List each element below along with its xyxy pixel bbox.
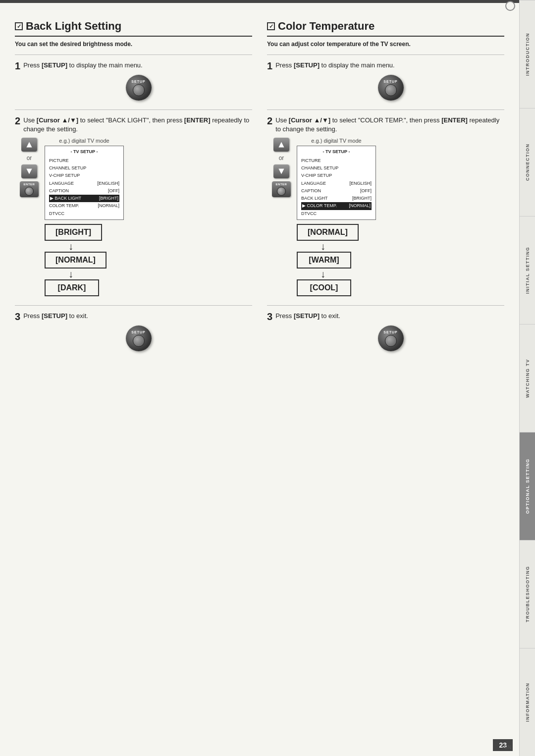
cursor-buttons-left: or ENTER	[20, 138, 39, 197]
menu-row-dtvcc-left: DTVCC	[49, 210, 119, 217]
menu-row-vchip-left: V-CHIP SETUP	[49, 172, 119, 179]
checkbox-icon-right	[267, 22, 275, 30]
step3-text-left: Press [SETUP] to exit.	[23, 312, 88, 321]
menu-row-vchip-right: V-CHIP SETUP	[301, 172, 372, 179]
back-light-title: Back Light Setting	[15, 20, 252, 37]
step2-text-left: Use [Cursor ▲/▼] to select "BACK LIGHT",…	[23, 116, 252, 134]
step2-text-right: Use [Cursor ▲/▼] to select "COLOR TEMP."…	[275, 116, 504, 134]
menu-row-colortemp-right: ▶ COLOR TEMP.[NORMAL]	[301, 202, 372, 210]
tv-menu-title-left: - TV SETUP -	[49, 148, 119, 156]
back-light-step3: 3 Press [SETUP] to exit. SETUP	[15, 305, 252, 351]
eg-label-left: e.g.) digital TV mode	[59, 138, 109, 144]
step2-eg-left: e.g.) digital TV mode - TV SETUP - PICTU…	[45, 138, 124, 220]
setup-button-visual-right-3: SETUP	[378, 325, 404, 351]
svg-marker-3	[278, 169, 284, 174]
page-en-label: EN	[504, 745, 511, 750]
step2-number-left: 2	[15, 116, 20, 126]
tab-optional-setting[interactable]: OPTIONAL SETTING	[520, 432, 535, 540]
setup-button-visual-left-3: SETUP	[126, 325, 152, 351]
menu-row-language-left: LANGUAGE[ENGLISH]	[49, 180, 119, 187]
svg-marker-0	[26, 142, 32, 148]
checkbox-icon-left	[15, 22, 23, 30]
option-arrow-2-right: ↓	[321, 269, 325, 279]
menu-row-channel-left: CHANNEL SETUP	[49, 164, 119, 172]
menu-row-backlight-left: ▶ BACK LIGHT[BRIGHT]	[49, 195, 119, 202]
eg-label-right: e.g.) digital TV mode	[311, 138, 361, 144]
enter-btn-left[interactable]: ENTER	[20, 181, 39, 197]
cursor-down-btn-left[interactable]	[21, 164, 37, 178]
setup-btn-left-3: SETUP	[25, 325, 252, 351]
option-arrow-1-left: ↓	[68, 241, 73, 251]
cursor-up-btn-right[interactable]	[273, 138, 289, 152]
setup-btn-left-1: SETUP	[25, 75, 252, 101]
step2-content-left: or ENTER e.g.) digital TV mode	[20, 138, 252, 220]
step3-number-right: 3	[267, 312, 272, 322]
step1-number-left: 1	[15, 61, 20, 71]
color-temp-title: Color Temperature	[267, 20, 504, 37]
option-arrow-2-left: ↓	[68, 269, 73, 279]
option-arrow-1-right: ↓	[321, 241, 325, 251]
two-column-layout: Back Light Setting You can set the desir…	[15, 20, 504, 360]
back-light-step1: 1 Press [SETUP] to display the main menu…	[15, 54, 252, 101]
menu-row-picture-right: PICTURE	[301, 157, 372, 164]
color-temp-step3: 3 Press [SETUP] to exit. SETUP	[267, 305, 504, 351]
tv-menu-right: - TV SETUP - PICTURE CHANNEL SETUP V-CHI…	[297, 146, 376, 220]
color-temp-step1: 1 Press [SETUP] to display the main menu…	[267, 54, 504, 101]
setup-button-visual-right-1: SETUP	[378, 75, 404, 101]
step3-number-left: 3	[15, 312, 20, 322]
tab-watching-tv[interactable]: WATCHING TV	[520, 324, 535, 432]
options-flow-left: [BRIGHT] ↓ [NORMAL] ↓ [DARK]	[45, 224, 252, 296]
enter-btn-right[interactable]: ENTER	[272, 181, 291, 197]
tab-initial-setting[interactable]: INITIAL SETTING	[520, 216, 535, 324]
tv-menu-title-right: - TV SETUP -	[301, 148, 372, 156]
option-warm: [WARM]	[297, 252, 351, 269]
tv-menu-left: - TV SETUP - PICTURE CHANNEL SETUP V-CHI…	[45, 146, 124, 220]
color-temp-step2: 2 Use [Cursor ▲/▼] to select "COLOR TEMP…	[267, 109, 504, 296]
top-accent-bar	[0, 0, 519, 3]
option-cool: [COOL]	[297, 279, 351, 296]
side-tabs: INTRODUCTION CONNECTION INITIAL SETTING …	[519, 0, 535, 756]
setup-btn-right-3: SETUP	[277, 325, 504, 351]
step3-text-right: Press [SETUP] to exit.	[275, 312, 340, 321]
or-label-right: or	[279, 155, 284, 162]
options-flow-right: [NORMAL] ↓ [WARM] ↓ [COOL]	[297, 224, 504, 296]
svg-marker-2	[278, 142, 284, 148]
option-normal-right: [NORMAL]	[297, 224, 359, 241]
menu-row-colortemp-left: COLOR TEMP.[NORMAL]	[49, 202, 119, 210]
setup-button-visual-left-1: SETUP	[126, 75, 152, 101]
step2-number-right: 2	[267, 116, 272, 126]
cursor-up-btn-left[interactable]	[21, 138, 37, 152]
menu-row-channel-right: CHANNEL SETUP	[301, 164, 372, 172]
menu-row-backlight-right: BACK LIGHT[BRIGHT]	[301, 195, 372, 202]
menu-row-language-right: LANGUAGE[ENGLISH]	[301, 180, 372, 187]
step1-number-right: 1	[267, 61, 272, 71]
tab-information[interactable]: INFORMATION	[520, 648, 535, 756]
tab-introduction[interactable]: INTRODUCTION	[520, 0, 535, 108]
back-light-subtitle: You can set the desired brightness mode.	[15, 41, 252, 48]
menu-row-caption-left: CAPTION[OFF]	[49, 187, 119, 195]
option-normal-left: [NORMAL]	[45, 252, 107, 269]
setup-btn-right-1: SETUP	[277, 75, 504, 101]
back-light-step2: 2 Use [Cursor ▲/▼] to select "BACK LIGHT…	[15, 109, 252, 296]
back-light-section: Back Light Setting You can set the desir…	[15, 20, 252, 360]
step1-text-right: Press [SETUP] to display the main menu.	[275, 61, 395, 70]
tab-troubleshooting[interactable]: TROUBLESHOOTING	[520, 540, 535, 648]
step2-content-right: or ENTER e.g.) digital TV mode	[272, 138, 504, 220]
svg-marker-1	[26, 169, 32, 174]
menu-row-caption-right: CAPTION[OFF]	[301, 187, 372, 195]
step1-text-left: Press [SETUP] to display the main menu.	[23, 61, 143, 70]
cursor-buttons-right: or ENTER	[272, 138, 291, 197]
top-circle-decoration	[505, 1, 515, 11]
option-dark: [DARK]	[45, 279, 99, 296]
color-temp-section: Color Temperature You can adjust color t…	[267, 20, 504, 360]
or-label-left: or	[27, 155, 32, 162]
menu-row-picture-left: PICTURE	[49, 157, 119, 164]
menu-row-dtvcc-right: DTVCC	[301, 210, 372, 217]
step2-eg-right: e.g.) digital TV mode - TV SETUP - PICTU…	[297, 138, 376, 220]
option-bright: [BRIGHT]	[45, 224, 102, 241]
main-content: Back Light Setting You can set the desir…	[0, 0, 519, 756]
tab-connection[interactable]: CONNECTION	[520, 108, 535, 216]
color-temp-subtitle: You can adjust color temperature of the …	[267, 41, 504, 48]
cursor-down-btn-right[interactable]	[273, 164, 289, 178]
